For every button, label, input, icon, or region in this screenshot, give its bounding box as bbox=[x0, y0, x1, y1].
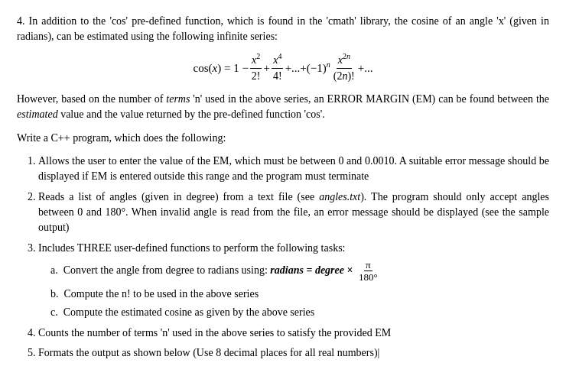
estimated-italic: estimated bbox=[17, 109, 58, 120]
sub-list: a. Convert the angle from degree to radi… bbox=[50, 259, 549, 321]
however-paragraph: However, based on the number of terms 'n… bbox=[17, 92, 549, 123]
list-item-3: Includes THREE user-defined functions to… bbox=[38, 241, 549, 321]
degree-label: degree bbox=[315, 264, 344, 276]
filename-italic: angles.txt bbox=[319, 191, 360, 202]
times-sign: × bbox=[344, 264, 356, 276]
sub-item-c: c. Compute the estimated cosine as given… bbox=[50, 305, 549, 320]
list-item-4: Counts the number of terms 'n' used in t… bbox=[38, 326, 549, 341]
list-item-2: Reads a list of angles (given in degree)… bbox=[38, 190, 549, 236]
main-content: 4. In addition to the 'cos' pre-defined … bbox=[17, 14, 549, 361]
terms-italic: terms bbox=[166, 93, 190, 105]
fraction-x2-2: x2 2! bbox=[250, 53, 262, 85]
pi-over-180: π180° bbox=[357, 259, 379, 283]
write-text: Write a C++ program, which does the foll… bbox=[17, 132, 226, 144]
sub-item-a: a. Convert the angle from degree to radi… bbox=[50, 259, 549, 283]
plus-sign-1: + bbox=[264, 60, 270, 77]
fraction-x4-4: x4 4! bbox=[272, 53, 284, 85]
cosine-formula: cos(x) = 1 − x2 2! + x4 4! +...+(−1)n x2… bbox=[17, 53, 549, 85]
intro-paragraph: 4. In addition to the 'cos' pre-defined … bbox=[17, 14, 549, 45]
question-number: 4. bbox=[17, 15, 25, 27]
list-item-1: Allows the user to enter the value of th… bbox=[38, 154, 549, 185]
cos-lhs: cos(x) = 1 − bbox=[194, 60, 249, 77]
plus-dots: +...+(−1)n bbox=[285, 60, 330, 77]
equals-sign: = bbox=[304, 264, 315, 276]
write-paragraph: Write a C++ program, which does the foll… bbox=[17, 131, 549, 146]
main-list: Allows the user to enter the value of th… bbox=[38, 154, 549, 361]
sub-item-b: b. Compute the n! to be used in the abov… bbox=[50, 287, 549, 302]
list-item-5: Formats the output as shown below (Use 8… bbox=[38, 345, 549, 361]
intro-text: In addition to the 'cos' pre-defined fun… bbox=[17, 15, 549, 42]
fraction-x2n: x2n (2n)! bbox=[332, 53, 356, 85]
plus-ellipsis: +... bbox=[358, 60, 373, 77]
radians-formula-label: radians bbox=[270, 264, 304, 276]
